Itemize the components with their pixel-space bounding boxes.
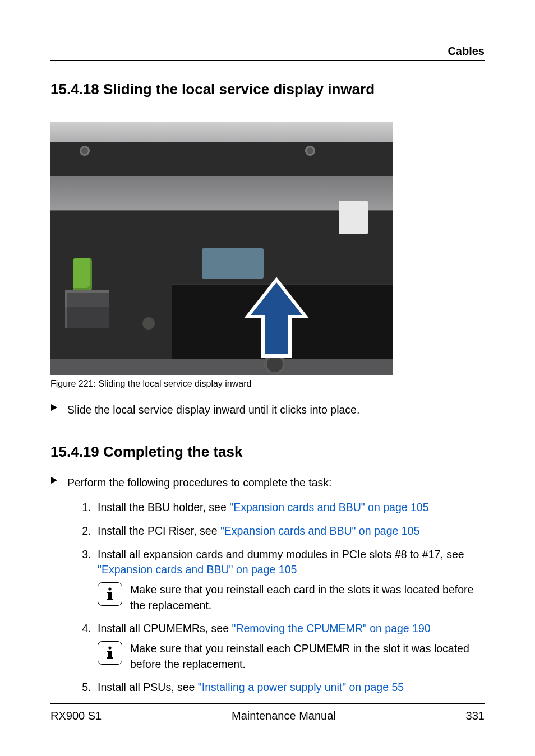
action-bullet: Slide the local service display inward u… (50, 402, 485, 418)
action-text: Slide the local service display inward u… (67, 402, 485, 418)
figure-number: 221 (79, 379, 94, 388)
note-text: Make sure that you reinstall each CPUMEM… (130, 641, 485, 672)
list-item: Install the BBU holder, see "Expansion c… (94, 500, 485, 516)
list-item: Install all PSUs, see "Installing a powe… (94, 680, 485, 695)
svg-rect-2 (107, 592, 110, 593)
xref-link[interactable]: "Expansion cards and BBU" on page 105 (229, 501, 428, 513)
svg-rect-7 (107, 657, 113, 659)
footer-center: Maintenance Manual (232, 709, 336, 722)
svg-point-0 (108, 587, 111, 590)
step-text: Install the BBU holder, see (98, 501, 229, 513)
list-item: Install all CPUMEMRs, see "Removing the … (94, 621, 485, 672)
list-item: Install all expansion cards and dummy mo… (94, 547, 485, 614)
header-category: Cables (448, 45, 485, 58)
section-heading-2: 15.4.19 Completing the task (50, 443, 485, 461)
step-text: Install all PSUs, see (98, 681, 198, 693)
svg-rect-3 (107, 599, 113, 600)
note-text: Make sure that you reinstall each card i… (130, 582, 485, 613)
figure-caption: Figure 221: Sliding the local service di… (50, 379, 485, 389)
step-text: Install the PCI Riser, see (98, 525, 220, 537)
page-footer: RX900 S1 Maintenance Manual 331 (50, 703, 485, 722)
figure-image (50, 122, 393, 375)
info-note: Make sure that you reinstall each card i… (98, 582, 485, 613)
info-icon (98, 582, 122, 606)
arrow-up-icon (240, 273, 313, 363)
header-rule (50, 60, 485, 61)
manual-page: Cables 15.4.18 Sliding the local service… (0, 0, 535, 756)
footer-right: 331 (466, 709, 485, 722)
step-text: Install all CPUMEMRs, see (98, 622, 232, 634)
page-header: Cables (50, 45, 485, 60)
xref-link[interactable]: "Installing a power supply unit" on page… (198, 681, 404, 693)
svg-point-4 (108, 646, 111, 649)
section-number: 15.4.19 (50, 443, 99, 460)
section-title: Sliding the local service display inward (103, 81, 375, 98)
xref-link[interactable]: "Expansion cards and BBU" on page 105 (220, 525, 419, 537)
spacer (50, 113, 485, 122)
lead-text: Perform the following procedures to comp… (67, 475, 485, 491)
triangle-bullet-icon (50, 402, 58, 411)
action-bullet: Perform the following procedures to comp… (50, 475, 485, 703)
footer-rule (50, 703, 485, 704)
footer-left: RX900 S1 (50, 709, 102, 722)
steps-list: Install the BBU holder, see "Expansion c… (67, 500, 485, 695)
section-heading-1: 15.4.18 Sliding the local service displa… (50, 81, 485, 98)
step-text: Install all expansion cards and dummy mo… (98, 548, 464, 560)
triangle-bullet-icon (50, 475, 58, 484)
info-icon (98, 641, 122, 665)
xref-link[interactable]: "Removing the CPUMEMR" on page 190 (232, 622, 430, 634)
section-title: Completing the task (103, 443, 242, 460)
spacer (50, 434, 485, 443)
section-number: 15.4.18 (50, 81, 99, 98)
info-note: Make sure that you reinstall each CPUMEM… (98, 641, 485, 672)
figure-caption-text: Sliding the local service display inward (98, 379, 251, 388)
svg-rect-6 (107, 651, 110, 652)
xref-link[interactable]: "Expansion cards and BBU" on page 105 (98, 563, 297, 576)
list-item: Install the PCI Riser, see "Expansion ca… (94, 523, 485, 539)
